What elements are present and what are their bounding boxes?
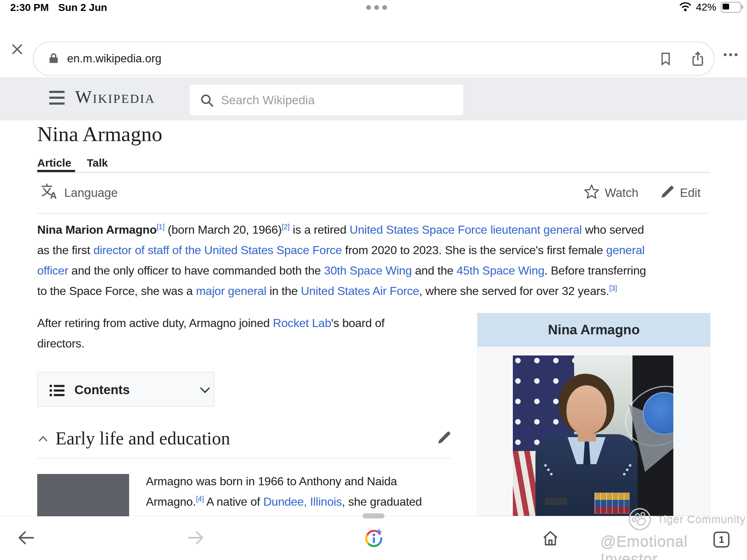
browser-bottom-bar (0, 516, 747, 560)
infobox: Nina Armagno (477, 313, 711, 516)
inline-link[interactable]: Dundee, Illinois (263, 495, 342, 508)
inline-link[interactable]: general (606, 244, 645, 257)
edit-pencil-icon[interactable] (659, 184, 676, 201)
inline-link[interactable]: director of staff of the United States S… (93, 244, 342, 257)
contents-label: Contents (74, 382, 130, 397)
lock-icon (47, 51, 60, 67)
lead-paragraph: Nina Marion Armagno[1] (born March 20, 1… (37, 219, 646, 301)
inline-link[interactable]: major general (196, 284, 266, 298)
share-icon[interactable] (689, 50, 706, 69)
article-thumbnail-image[interactable] (37, 474, 129, 516)
tab-article[interactable]: Article (37, 157, 71, 169)
status-date: Sun 2 Jun (58, 2, 107, 13)
inline-link[interactable]: 45th Space Wing (457, 264, 545, 277)
text-run: After retiring from active duty, Armagno… (37, 316, 273, 330)
text-run: Armagno was born in 1966 to Anthony and … (146, 475, 397, 488)
second-paragraph: After retiring from active duty, Armagno… (37, 313, 384, 354)
inline-link[interactable]: officer (37, 264, 68, 277)
contents-button[interactable]: Contents (37, 372, 214, 407)
forward-icon[interactable] (186, 528, 206, 549)
inline-link[interactable]: Rocket Lab (273, 316, 331, 330)
language-icon[interactable]: A (40, 182, 58, 201)
search-bar[interactable] (190, 85, 463, 115)
text-run: , where she served for over 32 years. (419, 284, 609, 298)
chevron-down-icon (198, 383, 212, 399)
inline-link[interactable]: lieutenant general (490, 223, 582, 236)
text-run: A native of (204, 495, 263, 508)
divider (37, 172, 710, 173)
tab-talk[interactable]: Talk (87, 157, 108, 169)
section-edit-pencil-icon[interactable] (436, 429, 452, 447)
text-run: who served (582, 223, 644, 236)
google-icon[interactable] (363, 527, 384, 550)
main-menu-icon[interactable] (49, 91, 65, 105)
early-life-paragraph: Armagno was born in 1966 to Anthony and … (146, 471, 422, 512)
citation-ref[interactable]: [2] (282, 223, 290, 231)
inline-link[interactable]: United States Space Force (349, 223, 487, 236)
battery-icon (721, 2, 741, 13)
bold-text: Nina Marion Armagno (37, 223, 156, 236)
text-run: as the first (37, 244, 93, 257)
inline-link[interactable]: United States Air Force (301, 284, 419, 298)
text-run: in the (266, 284, 301, 298)
service-ribbons-graphic (595, 493, 630, 514)
svg-text:A: A (50, 190, 57, 200)
text-run: and the (412, 264, 457, 277)
text-run: , she graduated (342, 495, 422, 508)
text-run: . Before transferring (545, 264, 646, 277)
close-tab-icon[interactable] (10, 42, 24, 58)
watch-button[interactable]: Watch (605, 186, 638, 200)
divider (37, 213, 710, 214)
status-time: 2:30 PM (10, 2, 49, 13)
url-text[interactable]: en.m.wikipedia.org (67, 42, 161, 75)
battery-percent: 42% (696, 1, 716, 13)
tab-count-icon[interactable]: 1 (713, 532, 729, 548)
text-run: to the Space Force, she was a (37, 284, 196, 298)
wikipedia-header: Wikipedia (0, 77, 747, 120)
infobox-title: Nina Armagno (477, 313, 710, 347)
wikipedia-wordmark[interactable]: Wikipedia (75, 87, 155, 107)
browser-menu-icon[interactable] (724, 53, 738, 56)
edit-button[interactable]: Edit (680, 186, 701, 200)
language-button[interactable]: Language (64, 186, 118, 200)
citation-ref[interactable]: [4] (196, 495, 204, 503)
clock: 2:30 PM Sun 2 Jun (10, 2, 107, 13)
citation-ref[interactable]: [3] (609, 284, 617, 292)
status-bar: 2:30 PM Sun 2 Jun 42% (0, 0, 747, 16)
search-input[interactable] (220, 85, 455, 116)
text-run: (born March 20, 1966) (165, 223, 282, 236)
text-run: and the only officer to have commanded b… (68, 264, 324, 277)
multitask-dots-icon[interactable] (366, 5, 387, 10)
page-title: Nina Armagno (37, 122, 162, 146)
home-icon[interactable] (541, 528, 560, 549)
text-run: Armagno. (146, 495, 196, 508)
wifi-icon (679, 1, 692, 13)
divider (37, 458, 451, 459)
collapse-chevron-up-icon[interactable] (36, 432, 50, 447)
inline-link[interactable]: 30th Space Wing (324, 264, 412, 277)
search-icon (199, 93, 214, 109)
ipad-screen: 2:30 PM Sun 2 Jun 42% en.m.wikipedia.org (0, 0, 747, 560)
text-run: is a retired (290, 223, 349, 236)
status-indicators: 42% (679, 1, 741, 13)
watch-star-icon[interactable] (583, 183, 600, 202)
back-icon[interactable] (16, 528, 36, 549)
browser-toolbar: en.m.wikipedia.org (0, 16, 747, 77)
address-bar[interactable]: en.m.wikipedia.org (33, 42, 715, 76)
text-run: directors. (37, 337, 85, 350)
list-icon (49, 382, 66, 400)
text-run: from 2020 to 2023. She is the service's … (342, 244, 606, 257)
bookmark-icon[interactable] (658, 51, 673, 68)
section-title[interactable]: Early life and education (55, 427, 230, 450)
citation-ref[interactable]: [1] (156, 223, 165, 231)
text-run: 's board of (331, 316, 384, 330)
drag-handle[interactable] (363, 513, 384, 518)
portrait-photo[interactable] (513, 355, 673, 516)
